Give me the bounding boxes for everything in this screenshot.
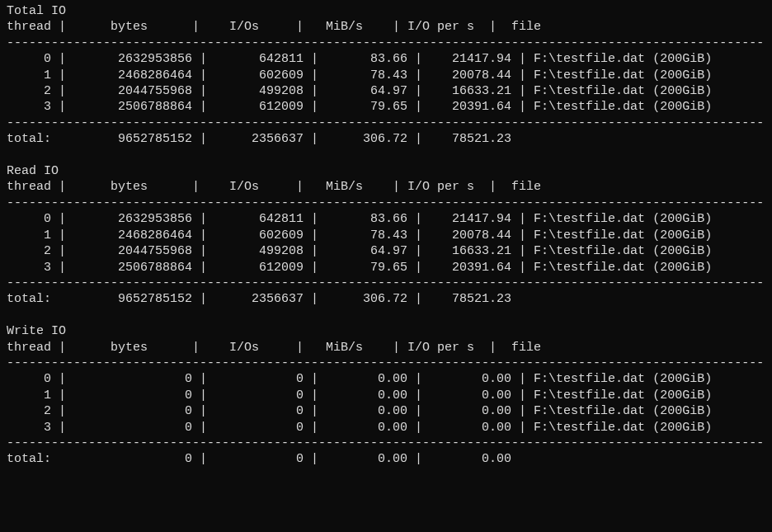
diskspd-output: Total IO thread | bytes | I/Os | MiB/s |… xyxy=(0,0,772,471)
